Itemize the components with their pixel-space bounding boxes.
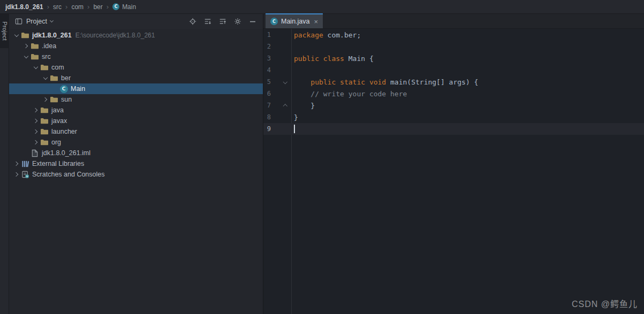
package-folder-icon <box>50 95 58 104</box>
package-folder-icon <box>40 117 49 125</box>
editor-line[interactable]: 8 } <box>263 111 644 123</box>
tree-item-javax[interactable]: javax <box>9 116 263 126</box>
chevron-right-icon[interactable] <box>12 158 21 169</box>
chevron-right-icon[interactable] <box>32 126 40 137</box>
tree-item-label: org <box>51 139 61 146</box>
chevron-right-icon[interactable] <box>22 41 31 51</box>
class-icon: C <box>112 3 119 10</box>
tree-item-iml-file[interactable]: jdk1.8.0_261.iml <box>9 148 263 158</box>
ide-window: jdk1.8.0_261 › src › com › ber › C Main … <box>0 0 644 314</box>
tree-item-ber[interactable]: ber <box>9 73 263 83</box>
chevron-right-icon[interactable] <box>32 105 40 116</box>
settings-gear-icon[interactable] <box>232 16 244 27</box>
tool-window-button-label: Project <box>2 21 8 41</box>
tree-item-src[interactable]: src <box>9 51 263 62</box>
tree-item-label: com <box>51 64 64 71</box>
tree-item-external-libraries[interactable]: External Libraries <box>9 158 263 169</box>
editor-pane: C Main.java × 1 package com.ber; 2 <box>263 14 644 314</box>
editor-line-current[interactable]: 9 <box>263 123 644 135</box>
line-number: 8 <box>263 113 271 121</box>
chevron-down-icon[interactable] <box>50 19 56 25</box>
line-number: 3 <box>263 55 271 62</box>
project-view-icon <box>14 16 23 27</box>
editor-line[interactable]: 6 // write your code here <box>263 88 644 99</box>
folder-icon <box>21 31 29 40</box>
fold-chevron-down-icon[interactable] <box>283 80 287 85</box>
tree-item-main-class[interactable]: C Main <box>9 83 263 94</box>
folder-icon <box>31 42 39 50</box>
code-editor[interactable]: 1 package com.ber; 2 3 public class Main… <box>263 29 644 314</box>
breadcrumb-class[interactable]: Main <box>122 3 136 11</box>
chevron-down-icon[interactable] <box>32 62 40 73</box>
chevron-right-icon[interactable] <box>32 116 40 126</box>
tree-item-idea[interactable]: .idea <box>9 41 263 51</box>
editor-line[interactable]: 1 package com.ber; <box>263 29 644 41</box>
chevron-right-icon[interactable] <box>12 169 21 180</box>
tree-item-label: launcher <box>51 128 77 135</box>
tree-item-org[interactable]: org <box>9 137 263 148</box>
tree-item-label: java <box>51 106 64 114</box>
breadcrumb-separator: › <box>107 3 109 11</box>
package-folder-icon <box>40 63 49 72</box>
tree-item-label: jdk1.8.0_261 <box>32 32 72 39</box>
line-number: 5 <box>263 78 271 86</box>
chevron-placeholder <box>22 148 31 158</box>
editor-tab-bar: C Main.java × <box>263 14 644 29</box>
tree-item-scratches[interactable]: Scratches and Consoles <box>9 169 263 180</box>
hide-panel-icon[interactable] <box>247 16 259 27</box>
tab-main-java[interactable]: C Main.java × <box>266 13 323 28</box>
tool-window-button-project[interactable]: Project <box>0 14 9 48</box>
left-tool-stripe: Project <box>0 14 9 314</box>
text-caret <box>294 125 295 133</box>
line-number: 1 <box>263 31 271 39</box>
package-folder-icon <box>40 106 49 114</box>
scratches-icon <box>21 170 29 179</box>
tree-item-label: jdk1.8.0_261.iml <box>42 149 90 157</box>
chevron-down-icon[interactable] <box>22 51 31 62</box>
tree-item-sun[interactable]: sun <box>9 94 263 105</box>
package-folder-icon <box>40 138 49 147</box>
tree-item-launcher[interactable]: launcher <box>9 126 263 137</box>
tab-label: Main.java <box>281 18 310 25</box>
chevron-down-icon[interactable] <box>12 30 21 41</box>
tree-item-label: External Libraries <box>32 160 84 167</box>
line-number: 2 <box>263 43 271 50</box>
module-file-icon <box>31 149 39 157</box>
breadcrumb-separator: › <box>65 3 67 11</box>
tree-item-label: ber <box>61 74 71 82</box>
locate-file-icon[interactable] <box>187 16 199 27</box>
breadcrumb-com[interactable]: com <box>71 3 84 11</box>
chevron-right-icon[interactable] <box>32 137 40 148</box>
editor-line[interactable]: 2 <box>263 41 644 52</box>
class-icon: C <box>270 18 278 25</box>
class-icon: C <box>59 85 68 93</box>
tree-item-com[interactable]: com <box>9 62 263 73</box>
editor-line[interactable]: 7 } <box>263 99 644 111</box>
project-panel-title[interactable]: Project <box>26 18 47 25</box>
tree-item-path: E:\sourcecode\jdk1.8.0_261 <box>75 32 155 39</box>
editor-line[interactable]: 4 <box>263 64 644 76</box>
tree-item-label: Main <box>71 85 85 93</box>
chevron-placeholder <box>51 83 59 94</box>
editor-line[interactable]: 5 public static void main(String[] args)… <box>263 76 644 88</box>
breadcrumb: jdk1.8.0_261 › src › com › ber › C Main <box>0 0 644 14</box>
close-icon[interactable]: × <box>314 18 319 25</box>
chevron-down-icon[interactable] <box>41 73 50 83</box>
fold-chevron-up-icon[interactable] <box>283 103 287 108</box>
watermark: CSDN @鳄鱼儿 <box>572 297 638 310</box>
tree-item-project-root[interactable]: jdk1.8.0_261 E:\sourcecode\jdk1.8.0_261 <box>9 30 263 41</box>
editor-line[interactable]: 3 public class Main { <box>263 52 644 64</box>
tree-item-label: Scratches and Consoles <box>32 171 105 178</box>
library-icon <box>21 159 29 168</box>
collapse-all-icon[interactable] <box>217 16 229 27</box>
chevron-right-icon[interactable] <box>41 94 50 105</box>
tree-item-java[interactable]: java <box>9 105 263 116</box>
expand-all-icon[interactable] <box>202 16 214 27</box>
breadcrumb-src[interactable]: src <box>53 3 62 11</box>
breadcrumb-ber[interactable]: ber <box>93 3 102 11</box>
breadcrumb-project[interactable]: jdk1.8.0_261 <box>5 3 43 11</box>
line-number: 9 <box>263 125 271 133</box>
tree-item-label: src <box>42 53 51 60</box>
breadcrumb-separator: › <box>47 3 49 11</box>
project-tree: jdk1.8.0_261 E:\sourcecode\jdk1.8.0_261 … <box>9 29 263 314</box>
